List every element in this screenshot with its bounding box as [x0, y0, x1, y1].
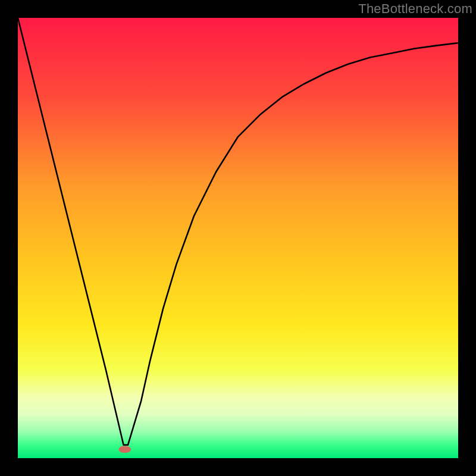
- plot-area: [18, 18, 458, 458]
- chart-frame: TheBottleneck.com: [0, 0, 476, 476]
- bottleneck-curve-chart: [18, 18, 458, 458]
- minimum-marker: [118, 446, 131, 453]
- watermark-text: TheBottleneck.com: [358, 1, 472, 17]
- gradient-background: [18, 18, 458, 458]
